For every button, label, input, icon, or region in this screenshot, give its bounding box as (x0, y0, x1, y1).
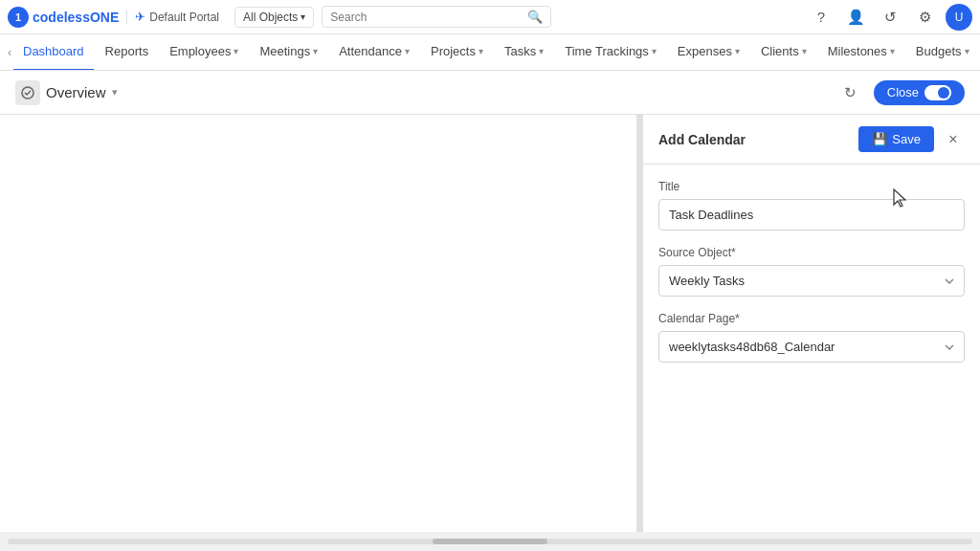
nav-label-budgets: Budgets (916, 44, 962, 58)
overview-icon (15, 80, 40, 105)
nav-item-clients[interactable]: Clients ▾ (751, 34, 816, 71)
portal-label: Default Portal (149, 11, 219, 24)
calendar-page-select[interactable]: weeklytasks48db68_Calendar (658, 331, 965, 363)
navbar: ‹ Dashboard Reports Employees ▾ Meetings… (0, 34, 980, 71)
refresh-icon: ↻ (844, 84, 857, 101)
nav-item-employees[interactable]: Employees ▾ (160, 34, 248, 71)
panel-form: Title Source Object* Weekly Tasks Calend… (643, 165, 980, 378)
add-calendar-panel: Add Calendar 💾 Save × Title Source Objec… (642, 115, 980, 532)
panel-header: Add Calendar 💾 Save × (643, 115, 980, 165)
nav-label-milestones: Milestones (828, 44, 887, 58)
nav-label-projects: Projects (431, 44, 476, 58)
portal-icon: ✈ (135, 10, 145, 24)
chevron-down-icon: ▾ (965, 46, 969, 56)
search-bar[interactable]: 🔍 (322, 6, 551, 28)
nav-label-dashboard: Dashboard (23, 44, 84, 58)
all-objects-dropdown[interactable]: All Objects ▾ (234, 7, 314, 28)
title-label: Title (658, 180, 965, 193)
settings-button[interactable]: ⚙ (911, 4, 938, 31)
nav-label-expenses: Expenses (678, 44, 732, 58)
save-icon: 💾 (872, 132, 887, 146)
nav-item-reports[interactable]: Reports (96, 34, 159, 71)
nav-item-budgets[interactable]: Budgets ▾ (906, 34, 979, 71)
title-field-group: Title (658, 180, 965, 231)
nav-label-attendance: Attendance (339, 44, 402, 58)
panel-title: Add Calendar (658, 132, 746, 147)
nav-label-reports: Reports (105, 44, 149, 58)
user-button[interactable]: 👤 (842, 4, 869, 31)
main-area: Overview ▾ ↻ Close Add Calendar 💾 (0, 71, 980, 551)
nav-label-time-trackings: Time Trackings (565, 44, 649, 58)
search-input[interactable] (330, 11, 523, 24)
chevron-down-icon[interactable]: ▾ (112, 86, 118, 99)
scrollbar-area (0, 532, 980, 551)
calendar-page-select-wrapper: weeklytasks48db68_Calendar (658, 331, 965, 363)
logo: 1 codelessONE (8, 7, 119, 28)
portal-area[interactable]: ✈ Default Portal (126, 10, 227, 24)
title-input[interactable] (658, 199, 965, 231)
logo-text: codelessONE (33, 10, 119, 25)
refresh-button[interactable]: ↻ (837, 79, 864, 106)
source-object-label: Source Object* (658, 246, 965, 259)
nav-item-dashboard[interactable]: Dashboard (13, 34, 94, 71)
nav-item-milestones[interactable]: Milestones ▾ (818, 34, 904, 71)
nav-label-meetings: Meetings (259, 44, 310, 58)
logo-icon: 1 (8, 7, 29, 28)
overview-header: Overview ▾ ↻ Close (0, 71, 980, 115)
nav-label-tasks: Tasks (504, 44, 536, 58)
nav-item-expenses[interactable]: Expenses ▾ (668, 34, 749, 71)
topbar: 1 codelessONE ✈ Default Portal All Objec… (0, 0, 980, 34)
search-icon: 🔍 (527, 10, 543, 24)
overview-actions: ↻ Close (837, 79, 965, 106)
nav-left-arrow[interactable]: ‹ (8, 46, 11, 59)
overview-title-group: Overview ▾ (15, 80, 118, 105)
scrollbar-track (8, 539, 972, 544)
chevron-down-icon: ▾ (313, 46, 318, 56)
nav-item-attendance[interactable]: Attendance ▾ (329, 34, 419, 71)
chevron-down-icon: ▾ (652, 46, 657, 56)
close-toggle (924, 85, 951, 100)
scrollbar-thumb[interactable] (433, 539, 547, 544)
close-button[interactable]: Close (874, 80, 965, 105)
chevron-down-icon: ▾ (479, 46, 483, 56)
chevron-down-icon: ▾ (802, 46, 807, 56)
all-objects-label: All Objects (243, 11, 298, 24)
panel-close-button[interactable]: × (942, 128, 965, 151)
close-toggle-dot (938, 87, 949, 99)
topbar-actions: ? 👤 ↺ ⚙ U (808, 4, 972, 31)
nav-label-employees: Employees (169, 44, 231, 58)
save-button[interactable]: 💾 Save (858, 126, 934, 152)
avatar[interactable]: U (946, 4, 972, 31)
nav-item-projects[interactable]: Projects ▾ (421, 34, 493, 71)
calendar-page-label: Calendar Page* (658, 312, 965, 325)
source-object-field-group: Source Object* Weekly Tasks (658, 246, 965, 297)
close-label: Close (887, 85, 919, 99)
nav-item-time-trackings[interactable]: Time Trackings ▾ (555, 34, 666, 71)
panel-header-actions: 💾 Save × (858, 126, 965, 152)
chevron-down-icon: ▾ (234, 46, 238, 56)
nav-item-tasks[interactable]: Tasks ▾ (495, 34, 553, 71)
source-object-select[interactable]: Weekly Tasks (658, 265, 965, 297)
nav-label-clients: Clients (761, 44, 799, 58)
calendar-page-field-group: Calendar Page* weeklytasks48db68_Calenda… (658, 312, 965, 363)
help-button[interactable]: ? (808, 4, 835, 31)
source-object-select-wrapper: Weekly Tasks (658, 265, 965, 297)
chevron-down-icon: ▾ (405, 46, 410, 56)
overview-title: Overview (46, 84, 106, 100)
chevron-down-icon: ▾ (735, 46, 740, 56)
chevron-down-icon: ▾ (890, 46, 895, 56)
nav-item-meetings[interactable]: Meetings ▾ (250, 34, 327, 71)
chevron-down-icon: ▾ (301, 11, 305, 22)
save-label: Save (892, 132, 921, 146)
chevron-down-icon: ▾ (539, 46, 544, 56)
history-button[interactable]: ↺ (877, 4, 903, 31)
close-x-icon: × (948, 131, 957, 148)
